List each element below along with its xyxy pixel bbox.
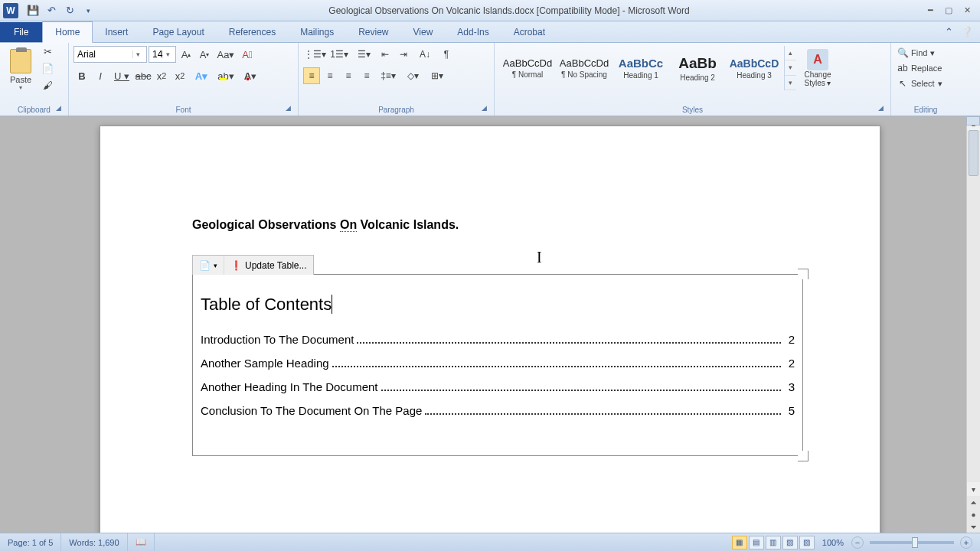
- split-box[interactable]: [966, 116, 980, 126]
- close-button[interactable]: ✕: [959, 4, 975, 18]
- align-right-button[interactable]: ≡: [340, 67, 357, 84]
- format-painter-button[interactable]: 🖌: [40, 80, 55, 93]
- style-heading-1[interactable]: AaBbCcHeading 1: [612, 46, 669, 90]
- tab-references[interactable]: References: [217, 22, 288, 42]
- numbering-button[interactable]: 1☰▾: [328, 46, 351, 63]
- toc-menu-button[interactable]: 📄▾: [193, 256, 224, 275]
- clipboard-launcher-icon[interactable]: ◢: [56, 104, 65, 113]
- show-marks-button[interactable]: ¶: [438, 46, 455, 63]
- paste-button[interactable]: Paste ▾: [5, 46, 37, 93]
- zoom-level[interactable]: 100%: [822, 538, 844, 547]
- toc-entry[interactable]: Another Heading In The Document 3: [201, 380, 795, 393]
- tab-page-layout[interactable]: Page Layout: [140, 22, 216, 42]
- multilevel-button[interactable]: ☰▾: [352, 46, 375, 63]
- toc-field[interactable]: 📄▾ ❗Update Table... Table of Contents In…: [192, 274, 803, 456]
- page[interactable]: Geological Observations On Volcanic Isla…: [100, 126, 880, 533]
- tab-review[interactable]: Review: [346, 22, 400, 42]
- subscript-button[interactable]: x2: [153, 67, 170, 84]
- toc-heading[interactable]: Table of Contents: [201, 295, 795, 315]
- save-button[interactable]: 💾: [24, 2, 41, 19]
- gallery-more-icon[interactable]: ▾: [785, 76, 796, 90]
- redo-button[interactable]: ↻: [61, 2, 78, 19]
- sort-button[interactable]: A↓: [413, 46, 436, 63]
- text-effects-button[interactable]: A▾: [190, 67, 213, 84]
- align-center-button[interactable]: ≡: [322, 67, 338, 84]
- tab-mailings[interactable]: Mailings: [288, 22, 346, 42]
- style---no-spacing[interactable]: AaBbCcDd¶ No Spacing: [556, 46, 612, 90]
- update-table-button[interactable]: ❗Update Table...: [224, 256, 313, 275]
- increase-indent-button[interactable]: ⇥: [395, 46, 412, 63]
- line-spacing-button[interactable]: ‡≡▾: [377, 67, 400, 84]
- zoom-out-button[interactable]: −: [851, 536, 864, 549]
- highlight-button[interactable]: ab▾: [214, 67, 237, 84]
- qat-customize-icon[interactable]: ▾: [80, 2, 96, 19]
- replace-button[interactable]: abReplace: [896, 61, 956, 75]
- shrink-font-button[interactable]: A▾: [196, 46, 213, 63]
- find-button[interactable]: 🔍Find ▾: [896, 46, 956, 60]
- font-color-button[interactable]: A▾: [239, 67, 262, 84]
- font-launcher-icon[interactable]: ◢: [286, 104, 295, 113]
- minimize-button[interactable]: ━: [922, 4, 939, 18]
- zoom-in-button[interactable]: +: [960, 536, 972, 549]
- next-page-icon[interactable]: ⏷: [967, 520, 980, 533]
- italic-button[interactable]: I: [92, 67, 109, 84]
- zoom-slider[interactable]: [870, 541, 954, 544]
- vertical-scrollbar[interactable]: ▴ ▾ ⏶ ● ⏷: [966, 116, 980, 533]
- document-area[interactable]: Geological Observations On Volcanic Isla…: [0, 116, 980, 533]
- scroll-thumb[interactable]: [969, 130, 978, 176]
- align-left-button[interactable]: ≡: [303, 67, 320, 84]
- toc-entry[interactable]: Another Sample Heading 2: [201, 357, 795, 370]
- copy-button[interactable]: 📄: [40, 63, 55, 77]
- gallery-up-icon[interactable]: ▴: [785, 46, 796, 60]
- justify-button[interactable]: ≡: [358, 67, 375, 84]
- draft-view-button[interactable]: ▨: [799, 536, 815, 549]
- browse-object-icon[interactable]: ●: [967, 508, 980, 520]
- paragraph-launcher-icon[interactable]: ◢: [482, 104, 491, 113]
- word-count[interactable]: Words: 1,690: [61, 533, 127, 551]
- underline-button[interactable]: U ▾: [110, 67, 133, 84]
- change-case-button[interactable]: Aa▾: [214, 46, 237, 63]
- toc-entry[interactable]: Introduction To The Document 2: [201, 333, 795, 346]
- style-heading-2[interactable]: AaBbHeading 2: [669, 46, 726, 90]
- clear-formatting-button[interactable]: A⃠: [239, 46, 256, 63]
- toc-entry[interactable]: Conclusion To The Document On The Page 5: [201, 404, 795, 417]
- tab-view[interactable]: View: [401, 22, 446, 42]
- quick-access-toolbar: 💾 ↶ ↻ ▾: [24, 2, 96, 19]
- help-icon[interactable]: ❔: [960, 24, 974, 38]
- cut-button[interactable]: ✂: [40, 46, 55, 60]
- tab-file[interactable]: File: [0, 22, 42, 42]
- strikethrough-button[interactable]: abc: [135, 67, 152, 84]
- page-indicator[interactable]: Page: 1 of 5: [0, 533, 61, 551]
- font-name-combo[interactable]: Arial▾: [74, 46, 147, 63]
- bullets-button[interactable]: ⋮☰▾: [303, 46, 326, 63]
- scroll-down-icon[interactable]: ▾: [967, 482, 980, 496]
- tab-insert[interactable]: Insert: [93, 22, 140, 42]
- gallery-down-icon[interactable]: ▾: [785, 60, 796, 75]
- full-screen-view-button[interactable]: ▤: [749, 536, 764, 549]
- superscript-button[interactable]: x2: [172, 67, 188, 84]
- tab-addins[interactable]: Add-Ins: [445, 22, 501, 42]
- shading-button[interactable]: ◇▾: [401, 67, 424, 84]
- prev-page-icon[interactable]: ⏶: [967, 496, 980, 508]
- proofing-button[interactable]: 📖: [128, 533, 155, 551]
- style-heading-3[interactable]: AaBbCcDHeading 3: [726, 46, 782, 90]
- borders-button[interactable]: ⊞▾: [426, 67, 449, 84]
- tab-acrobat[interactable]: Acrobat: [501, 22, 557, 42]
- grow-font-button[interactable]: A▴: [178, 46, 194, 63]
- minimize-ribbon-icon[interactable]: ⌃: [942, 24, 956, 38]
- styles-launcher-icon[interactable]: ◢: [878, 104, 887, 113]
- bold-button[interactable]: B: [74, 67, 90, 84]
- outline-view-button[interactable]: ▧: [782, 536, 798, 549]
- zoom-thumb[interactable]: [912, 537, 918, 548]
- document-title[interactable]: Geological Observations On Volcanic Isla…: [192, 218, 803, 232]
- font-size-combo[interactable]: 14▾: [149, 46, 176, 63]
- style---normal[interactable]: AaBbCcDd¶ Normal: [499, 46, 556, 90]
- print-layout-view-button[interactable]: ▦: [732, 536, 747, 549]
- select-button[interactable]: ↖Select ▾: [896, 77, 956, 90]
- change-styles-button[interactable]: A Change Styles ▾: [798, 46, 838, 90]
- web-layout-view-button[interactable]: ▥: [766, 536, 781, 549]
- maximize-button[interactable]: ▢: [940, 4, 957, 18]
- tab-home[interactable]: Home: [42, 21, 93, 43]
- decrease-indent-button[interactable]: ⇤: [377, 46, 394, 63]
- undo-button[interactable]: ↶: [43, 2, 60, 19]
